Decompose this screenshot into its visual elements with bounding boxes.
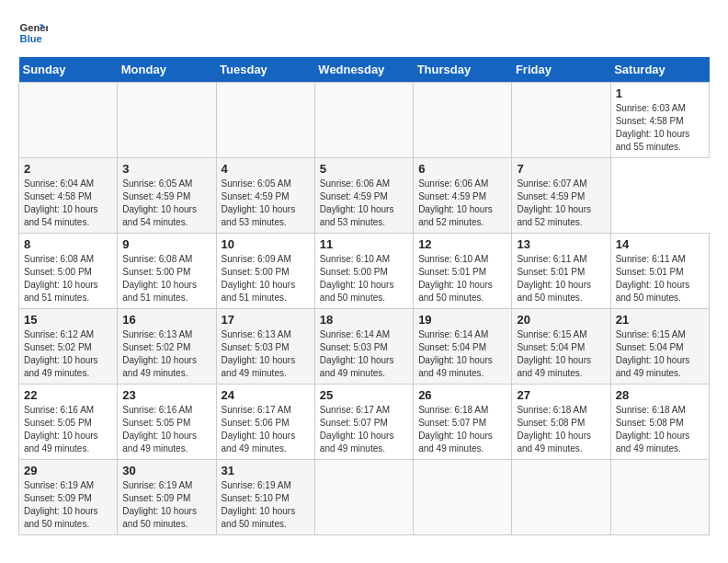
day-number: 30 <box>122 464 210 477</box>
day-number: 29 <box>24 464 112 477</box>
day-number: 14 <box>616 237 704 251</box>
day-info: Sunrise: 6:03 AMSunset: 4:58 PMDaylight:… <box>616 102 704 154</box>
calendar-cell: 30Sunrise: 6:19 AMSunset: 5:09 PMDayligh… <box>118 460 216 535</box>
calendar-cell: 27Sunrise: 6:18 AMSunset: 5:08 PMDayligh… <box>512 385 610 460</box>
day-info: Sunrise: 6:15 AMSunset: 5:04 PMDaylight:… <box>616 328 704 380</box>
calendar-cell <box>512 83 610 158</box>
calendar-cell: 7Sunrise: 6:07 AMSunset: 4:59 PMDaylight… <box>512 158 610 234</box>
day-number: 17 <box>222 313 310 327</box>
day-number: 27 <box>517 388 605 402</box>
day-number: 28 <box>616 388 704 402</box>
day-number: 22 <box>24 388 112 402</box>
day-info: Sunrise: 6:04 AMSunset: 4:58 PMDaylight:… <box>24 178 112 229</box>
day-info: Sunrise: 6:19 AMSunset: 5:09 PMDaylight:… <box>122 479 210 531</box>
day-number: 16 <box>122 313 210 327</box>
calendar-cell <box>314 460 413 535</box>
day-number: 18 <box>320 313 408 327</box>
day-number: 21 <box>616 313 704 327</box>
logo: General Blue <box>18 18 48 48</box>
calendar-cell: 9Sunrise: 6:08 AMSunset: 5:00 PMDaylight… <box>118 234 216 309</box>
day-number: 13 <box>517 237 605 251</box>
calendar-cell: 10Sunrise: 6:09 AMSunset: 5:00 PMDayligh… <box>216 234 314 309</box>
day-number: 31 <box>222 464 310 477</box>
calendar-cell: 3Sunrise: 6:05 AMSunset: 4:59 PMDaylight… <box>118 158 216 234</box>
calendar-cell <box>19 83 118 158</box>
day-header-thursday: Thursday <box>414 57 512 83</box>
page-header: General Blue <box>18 18 710 48</box>
day-info: Sunrise: 6:11 AMSunset: 5:01 PMDaylight:… <box>517 253 605 304</box>
day-number: 6 <box>418 162 506 176</box>
day-info: Sunrise: 6:10 AMSunset: 5:01 PMDaylight:… <box>418 253 506 304</box>
day-info: Sunrise: 6:07 AMSunset: 4:59 PMDaylight:… <box>517 178 605 229</box>
day-info: Sunrise: 6:13 AMSunset: 5:02 PMDaylight:… <box>122 328 210 380</box>
day-info: Sunrise: 6:18 AMSunset: 5:08 PMDaylight:… <box>616 404 704 455</box>
calendar-body: 1Sunrise: 6:03 AMSunset: 4:58 PMDaylight… <box>19 83 710 535</box>
calendar-cell <box>414 83 512 158</box>
day-number: 15 <box>24 313 112 327</box>
day-number: 25 <box>320 388 408 402</box>
calendar-week-row: 2Sunrise: 6:04 AMSunset: 4:58 PMDaylight… <box>19 158 710 234</box>
calendar-cell: 11Sunrise: 6:10 AMSunset: 5:00 PMDayligh… <box>314 234 413 309</box>
calendar-cell: 2Sunrise: 6:04 AMSunset: 4:58 PMDaylight… <box>19 158 118 234</box>
calendar-cell: 14Sunrise: 6:11 AMSunset: 5:01 PMDayligh… <box>610 234 709 309</box>
calendar-cell: 24Sunrise: 6:17 AMSunset: 5:06 PMDayligh… <box>216 385 314 460</box>
calendar-cell: 25Sunrise: 6:17 AMSunset: 5:07 PMDayligh… <box>314 385 413 460</box>
calendar-cell: 20Sunrise: 6:15 AMSunset: 5:04 PMDayligh… <box>512 309 610 385</box>
day-info: Sunrise: 6:10 AMSunset: 5:00 PMDaylight:… <box>320 253 408 304</box>
day-number: 2 <box>24 162 112 176</box>
calendar-cell <box>512 460 610 535</box>
day-info: Sunrise: 6:06 AMSunset: 4:59 PMDaylight:… <box>418 178 506 229</box>
calendar-cell <box>216 83 314 158</box>
calendar-week-row: 22Sunrise: 6:16 AMSunset: 5:05 PMDayligh… <box>19 385 710 460</box>
day-header-friday: Friday <box>512 57 610 83</box>
svg-text:General: General <box>20 22 48 33</box>
day-info: Sunrise: 6:11 AMSunset: 5:01 PMDaylight:… <box>616 253 704 304</box>
day-number: 10 <box>222 237 310 251</box>
day-info: Sunrise: 6:05 AMSunset: 4:59 PMDaylight:… <box>222 178 310 229</box>
calendar-cell: 6Sunrise: 6:06 AMSunset: 4:59 PMDaylight… <box>414 158 512 234</box>
day-info: Sunrise: 6:13 AMSunset: 5:03 PMDaylight:… <box>222 328 310 380</box>
day-number: 4 <box>222 162 310 176</box>
calendar-cell: 13Sunrise: 6:11 AMSunset: 5:01 PMDayligh… <box>512 234 610 309</box>
day-info: Sunrise: 6:19 AMSunset: 5:10 PMDaylight:… <box>222 479 310 531</box>
calendar-cell: 17Sunrise: 6:13 AMSunset: 5:03 PMDayligh… <box>216 309 314 385</box>
day-info: Sunrise: 6:17 AMSunset: 5:07 PMDaylight:… <box>320 404 408 455</box>
calendar-cell <box>610 460 709 535</box>
day-number: 1 <box>616 86 704 100</box>
day-info: Sunrise: 6:17 AMSunset: 5:06 PMDaylight:… <box>222 404 310 455</box>
calendar-week-row: 8Sunrise: 6:08 AMSunset: 5:00 PMDaylight… <box>19 234 710 309</box>
day-number: 9 <box>122 237 210 251</box>
day-number: 20 <box>517 313 605 327</box>
day-header-saturday: Saturday <box>610 57 709 83</box>
calendar-cell: 22Sunrise: 6:16 AMSunset: 5:05 PMDayligh… <box>19 385 118 460</box>
calendar-cell <box>414 460 512 535</box>
day-info: Sunrise: 6:14 AMSunset: 5:04 PMDaylight:… <box>418 328 506 380</box>
calendar-cell: 21Sunrise: 6:15 AMSunset: 5:04 PMDayligh… <box>610 309 709 385</box>
day-number: 24 <box>222 388 310 402</box>
day-header-sunday: Sunday <box>19 57 118 83</box>
day-number: 23 <box>122 388 210 402</box>
day-header-wednesday: Wednesday <box>314 57 413 83</box>
calendar-cell: 8Sunrise: 6:08 AMSunset: 5:00 PMDaylight… <box>19 234 118 309</box>
calendar-cell: 31Sunrise: 6:19 AMSunset: 5:10 PMDayligh… <box>216 460 314 535</box>
day-header-monday: Monday <box>118 57 216 83</box>
svg-text:Blue: Blue <box>20 33 42 44</box>
day-info: Sunrise: 6:16 AMSunset: 5:05 PMDaylight:… <box>24 404 112 455</box>
day-number: 5 <box>320 162 408 176</box>
calendar-week-row: 29Sunrise: 6:19 AMSunset: 5:09 PMDayligh… <box>19 460 710 535</box>
day-info: Sunrise: 6:19 AMSunset: 5:09 PMDaylight:… <box>24 479 112 531</box>
calendar-header-row: SundayMondayTuesdayWednesdayThursdayFrid… <box>19 57 710 83</box>
calendar-table: SundayMondayTuesdayWednesdayThursdayFrid… <box>18 57 710 535</box>
calendar-week-row: 15Sunrise: 6:12 AMSunset: 5:02 PMDayligh… <box>19 309 710 385</box>
calendar-cell: 23Sunrise: 6:16 AMSunset: 5:05 PMDayligh… <box>118 385 216 460</box>
day-info: Sunrise: 6:15 AMSunset: 5:04 PMDaylight:… <box>517 328 605 380</box>
calendar-cell <box>314 83 413 158</box>
day-info: Sunrise: 6:08 AMSunset: 5:00 PMDaylight:… <box>24 253 112 304</box>
day-header-tuesday: Tuesday <box>216 57 314 83</box>
day-number: 12 <box>418 237 506 251</box>
calendar-cell: 29Sunrise: 6:19 AMSunset: 5:09 PMDayligh… <box>19 460 118 535</box>
day-info: Sunrise: 6:08 AMSunset: 5:00 PMDaylight:… <box>122 253 210 304</box>
calendar-cell <box>118 83 216 158</box>
day-number: 8 <box>24 237 112 251</box>
day-info: Sunrise: 6:18 AMSunset: 5:08 PMDaylight:… <box>517 404 605 455</box>
